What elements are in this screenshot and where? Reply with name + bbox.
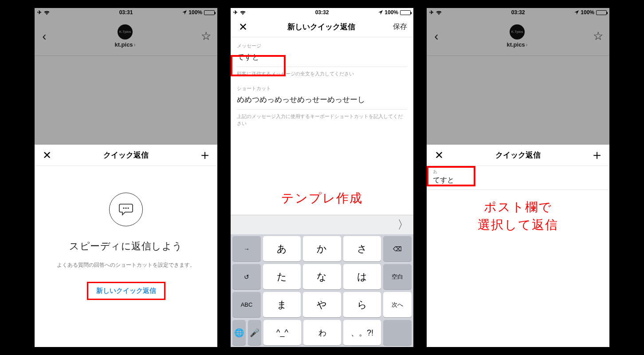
status-bar: ✈︎ 03:31 100% xyxy=(35,8,217,17)
form: メッセージ てすと 顧客に送信するメッセージの全文を入力してください ショートカ… xyxy=(231,37,413,133)
location-icon xyxy=(182,10,187,15)
wifi-icon xyxy=(436,10,442,15)
battery-percent: 100% xyxy=(385,9,398,16)
shortcut-label: ショートカット xyxy=(237,85,407,92)
sheet-title: クイック返信 xyxy=(445,150,591,160)
key-space[interactable]: 空白 xyxy=(383,264,412,289)
star-icon[interactable]: ☆ xyxy=(592,30,604,43)
key-ma[interactable]: ま xyxy=(263,292,301,317)
battery-percent: 100% xyxy=(188,9,202,16)
speech-bubble-icon xyxy=(109,193,143,226)
status-time: 03:31 xyxy=(119,9,133,16)
battery-percent: 100% xyxy=(581,9,594,16)
chat-header: ‹ K.Tpics kt.pics› ☆ xyxy=(35,17,217,56)
key-next[interactable]: 次へ xyxy=(383,292,412,317)
back-chevron-icon[interactable]: ‹ xyxy=(38,30,51,43)
wifi-icon xyxy=(240,10,246,15)
annotation-box xyxy=(231,55,286,76)
status-bar: ✈︎ 03:32 100% xyxy=(427,8,609,17)
key-mic-icon[interactable]: 🎤 xyxy=(248,320,261,345)
status-time: 03:32 xyxy=(315,9,329,16)
next-field-icon[interactable]: 〉 xyxy=(397,217,409,233)
battery-icon xyxy=(596,10,607,15)
close-icon[interactable]: ✕ xyxy=(41,149,53,162)
star-icon[interactable]: ☆ xyxy=(200,30,212,43)
key-undo[interactable]: ↺ xyxy=(232,264,261,289)
svg-point-2 xyxy=(127,207,129,209)
key-ta[interactable]: た xyxy=(263,264,301,289)
add-icon[interactable]: ＋ xyxy=(199,149,211,162)
chat-username[interactable]: kt.pics xyxy=(507,41,525,48)
sheet-title: クイック返信 xyxy=(53,150,199,160)
sheet-headline: スピーディに返信しよう xyxy=(47,240,205,253)
chat-area xyxy=(427,56,609,145)
battery-icon xyxy=(400,10,411,15)
location-icon xyxy=(378,10,383,15)
wifi-icon xyxy=(43,10,50,15)
airplane-icon: ✈︎ xyxy=(37,9,42,16)
status-bar: ✈︎ 03:32 100% xyxy=(231,8,413,17)
key-abc[interactable]: ABC xyxy=(232,292,261,317)
key-a[interactable]: あ xyxy=(263,236,301,261)
close-icon[interactable]: ✕ xyxy=(237,21,249,33)
key-face[interactable]: ^_^ xyxy=(263,320,301,345)
key-na[interactable]: な xyxy=(303,264,341,289)
keyboard: → あ か さ ⌫ ↺ た な は 空白 ABC ま や ら 次へ 🌐 🎤 ^_… xyxy=(231,234,413,347)
annotation-caption: テンプレ作成 xyxy=(231,190,413,207)
annotation-box xyxy=(427,166,475,186)
new-quick-reply-button[interactable]: 新しいクイック返信 xyxy=(87,282,165,300)
chevron-right-icon: › xyxy=(526,42,528,48)
key-sa[interactable]: さ xyxy=(343,236,381,261)
avatar[interactable]: K.Tpics xyxy=(510,24,525,39)
location-icon xyxy=(574,10,579,15)
battery-icon xyxy=(204,10,215,15)
key-ka[interactable]: か xyxy=(303,236,341,261)
annotation-caption-line2: 選択して返信 xyxy=(427,217,609,233)
shortcut-help: 上記のメッセージ入力に使用するキーボードショートカットを記入してください xyxy=(237,110,407,133)
nav-bar: ✕ 新しいクイック返信 保存 xyxy=(231,17,413,37)
key-blank[interactable] xyxy=(383,320,412,345)
chat-area xyxy=(35,56,217,145)
annotation-caption-line1: ポスト欄で xyxy=(427,199,609,216)
chat-username[interactable]: kt.pics xyxy=(114,41,133,48)
key-globe-icon[interactable]: 🌐 xyxy=(232,320,246,345)
svg-point-1 xyxy=(125,207,126,209)
shortcut-input[interactable]: めめつめっめっせめっせーめっせーし xyxy=(237,92,407,110)
close-icon[interactable]: ✕ xyxy=(433,149,445,162)
chevron-right-icon: › xyxy=(134,42,136,48)
airplane-icon: ✈︎ xyxy=(233,9,238,16)
status-time: 03:32 xyxy=(511,9,525,16)
screenshot-3: ✈︎ 03:32 100% ‹ K.Tpics kt.pics› ☆ ✕ クイッ… xyxy=(427,8,609,347)
key-ra[interactable]: ら xyxy=(343,292,381,317)
key-ha[interactable]: は xyxy=(343,264,381,289)
screenshot-1: ✈︎ 03:31 100% ‹ K.Tpics kt.pics› ☆ ✕ クイッ… xyxy=(35,8,217,347)
airplane-icon: ✈︎ xyxy=(429,9,434,16)
key-backspace[interactable]: ⌫ xyxy=(383,236,412,261)
key-wa[interactable]: わ xyxy=(303,320,341,345)
quick-reply-sheet: ✕ クイック返信 ＋ スピーディに返信しよう よくある質問の回答へのショートカッ… xyxy=(35,145,217,347)
avatar[interactable]: K.Tpics xyxy=(118,24,133,39)
svg-point-0 xyxy=(123,207,124,209)
keyboard-accessory: 〉 xyxy=(231,215,413,234)
key-arrow[interactable]: → xyxy=(232,236,261,261)
key-ya[interactable]: や xyxy=(303,292,341,317)
chat-header: ‹ K.Tpics kt.pics› ☆ xyxy=(427,17,609,56)
add-icon[interactable]: ＋ xyxy=(591,149,603,162)
screenshot-2: ✈︎ 03:32 100% ✕ 新しいクイック返信 保存 メッセージ てすと 顧… xyxy=(231,8,413,347)
back-chevron-icon[interactable]: ‹ xyxy=(430,30,443,43)
sheet-subtext: よくある質問の回答へのショートカットを設定できます。 xyxy=(47,261,205,269)
nav-title: 新しいクイック返信 xyxy=(287,22,355,32)
key-punct[interactable]: 、。?! xyxy=(343,320,381,345)
message-label: メッセージ xyxy=(237,43,407,49)
save-button[interactable]: 保存 xyxy=(393,22,407,32)
